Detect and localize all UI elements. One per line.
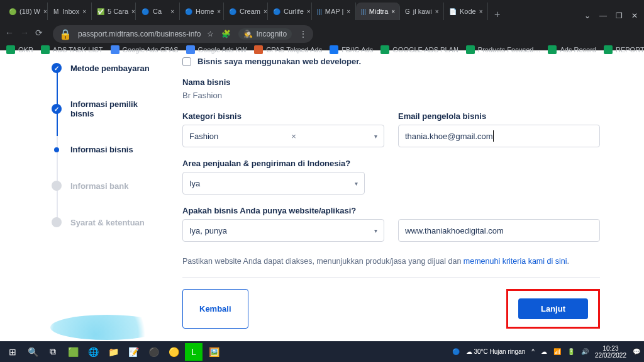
close-icon[interactable]: ×	[43, 8, 47, 15]
browser-chrome: 🟢(18) W× MInbox× ✅5 Cara× 🔵Ca× 🔵Home× 🔵C…	[0, 0, 644, 50]
chevron-down-icon: ▾	[355, 180, 358, 187]
close-icon[interactable]: ×	[391, 8, 395, 15]
taskbar-app[interactable]: 🟩	[64, 343, 82, 361]
website-url-field[interactable]: www.thaniakhoedigital.com	[398, 219, 600, 242]
favicon: 🔵	[185, 7, 192, 16]
close-icon[interactable]: ×	[170, 8, 174, 15]
onedrive-icon[interactable]: ☁	[541, 348, 547, 355]
close-icon[interactable]: ×	[264, 8, 267, 15]
criteria-link[interactable]: memenuhi kriteria kami di sini	[464, 257, 567, 266]
browser-tab[interactable]: 🔵Ca×	[136, 3, 180, 20]
search-icon[interactable]: 🔍	[24, 343, 42, 361]
check-icon	[52, 104, 62, 114]
close-icon[interactable]: ×	[131, 8, 135, 15]
browser-tab[interactable]: 📄Kode×	[444, 3, 488, 20]
close-icon[interactable]: ×	[217, 8, 221, 15]
website-question-label: Apakah bisnis Anda punya website/aplikas…	[182, 206, 600, 215]
browser-tab-active[interactable]: |||Midtra×	[356, 3, 400, 20]
favicon: |||	[317, 7, 322, 16]
windows-taskbar: ⊞ 🔍 ⧉ 🟩 🌐 📁 📝 ⚫ 🟡 L 🖼️ 🔵 ☁ 30°C Hujan ri…	[0, 341, 644, 362]
taskbar-app[interactable]: 🌐	[84, 343, 102, 361]
browser-tab[interactable]: Gjl kawi×	[400, 3, 444, 20]
forward-icon[interactable]: →	[20, 28, 29, 38]
highlight-annotation: Lanjut	[506, 289, 600, 329]
category-select[interactable]: Fashion × ▾	[182, 125, 384, 147]
favicon: |||	[361, 7, 366, 16]
pending-step-icon	[52, 181, 62, 191]
star-icon[interactable]: ☆	[207, 30, 214, 38]
area-label: Area penjualan & pengiriman di Indonesia…	[182, 159, 600, 168]
taskbar-app[interactable]: 🖼️	[205, 343, 223, 361]
browser-tab[interactable]: ✅5 Cara×	[92, 3, 136, 20]
close-icon[interactable]: ×	[347, 8, 350, 15]
browser-tab[interactable]: 🔵Cream×	[224, 3, 268, 20]
volume-icon[interactable]: 🔊	[581, 348, 589, 355]
webdev-checkbox[interactable]	[182, 57, 191, 66]
clear-icon[interactable]: ×	[291, 132, 301, 141]
business-info-form: Bisnis saya menggunakan web developer. N…	[167, 50, 644, 340]
tab-strip: 🟢(18) W× MInbox× ✅5 Cara× 🔵Ca× 🔵Home× 🔵C…	[0, 0, 644, 20]
favicon: 📄	[449, 7, 457, 16]
reload-icon[interactable]: ⟳	[35, 28, 43, 38]
current-step-icon	[54, 147, 59, 152]
incognito-badge: 🕵️Incognito	[238, 28, 292, 40]
dropdown-icon[interactable]: ⌄	[584, 11, 591, 20]
webdev-checkbox-label: Bisnis saya menggunakan web developer.	[197, 57, 361, 66]
browser-tab[interactable]: MInbox×	[48, 3, 92, 20]
page-content: Metode pembayaran Informasi pemilik bisn…	[0, 50, 644, 340]
pending-step-icon	[52, 217, 62, 227]
browser-tab[interactable]: |||MAP |×	[312, 3, 356, 20]
business-name-value: Br Fashion	[182, 91, 600, 100]
step-terms[interactable]: Syarat & ketentuan	[52, 217, 160, 227]
battery-icon[interactable]: 🔋	[567, 348, 575, 355]
back-icon[interactable]: ←	[5, 28, 14, 38]
favicon: 🔵	[229, 7, 236, 16]
favicon: 🔵	[141, 7, 150, 16]
new-tab-button[interactable]: +	[488, 9, 506, 20]
browser-tab[interactable]: 🔵Curlife×	[268, 3, 312, 20]
browser-tab[interactable]: 🔵Home×	[180, 3, 224, 20]
system-clock[interactable]: 10:23 22/02/2022	[595, 345, 626, 359]
browser-tab[interactable]: 🟢(18) W×	[4, 3, 48, 20]
progress-sidebar: Metode pembayaran Informasi pemilik bisn…	[0, 50, 167, 340]
taskbar-app[interactable]: ⚫	[145, 343, 162, 361]
close-icon[interactable]: ×	[82, 8, 86, 15]
step-owner-info[interactable]: Informasi pemilik bisnis	[52, 99, 160, 118]
tray-chevron-icon[interactable]: ^	[531, 348, 535, 355]
close-icon[interactable]: ×	[479, 8, 483, 15]
task-view-icon[interactable]: ⧉	[44, 343, 62, 361]
minimize-icon[interactable]: —	[599, 11, 607, 20]
address-bar[interactable]: 🔒 passport.midtrans.com/business-info ☆ …	[53, 25, 313, 43]
whatsapp-icon: 🟢	[9, 7, 16, 16]
gmail-icon: M	[53, 7, 59, 16]
area-select[interactable]: Iya ▾	[182, 172, 365, 195]
close-icon[interactable]: ×	[307, 8, 311, 15]
website-select[interactable]: Iya, punya ▾	[182, 219, 384, 242]
menu-icon[interactable]: ⋮	[299, 30, 307, 38]
start-button[interactable]: ⊞	[4, 343, 21, 361]
weather-widget[interactable]: ☁ 30°C Hujan ringan	[466, 348, 526, 355]
close-icon[interactable]: ×	[435, 8, 439, 15]
maximize-icon[interactable]: ❐	[616, 11, 623, 20]
close-window-icon[interactable]: ✕	[631, 11, 638, 20]
notifications-icon[interactable]: 💬	[633, 348, 640, 355]
back-button[interactable]: Kembali	[182, 289, 248, 329]
email-value: thania.khoe@gmail.com	[405, 132, 493, 141]
lock-icon: 🔒	[59, 28, 72, 40]
extension-icon[interactable]: 🧩	[221, 30, 231, 38]
next-button[interactable]: Lanjut	[518, 298, 588, 319]
email-field[interactable]: thania.khoe@gmail.com	[398, 125, 600, 147]
step-business-info[interactable]: Informasi bisnis	[52, 145, 160, 154]
category-label: Kategori bisnis	[182, 111, 384, 121]
wifi-icon[interactable]: 📶	[553, 348, 561, 355]
step-payment-method[interactable]: Metode pembayaran	[52, 63, 160, 73]
taskbar-app[interactable]: L	[185, 343, 203, 361]
chevron-down-icon: ▾	[374, 133, 377, 140]
taskbar-app[interactable]: 📁	[104, 343, 122, 361]
taskbar-chrome[interactable]: 🟡	[165, 343, 182, 361]
taskbar-app[interactable]: 📝	[125, 343, 142, 361]
step-bank-info[interactable]: Informasi bank	[52, 181, 160, 191]
favicon: 🔵	[273, 7, 280, 16]
chevron-down-icon: ▾	[374, 227, 377, 234]
tray-app-icon[interactable]: 🔵	[452, 348, 460, 355]
